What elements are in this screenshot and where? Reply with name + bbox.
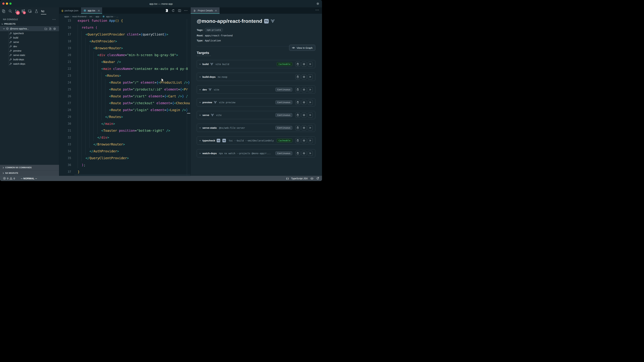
copy-button[interactable] (295, 125, 300, 130)
tab-project-details[interactable]: Project Details (191, 7, 220, 14)
code-line-34: 34</AuthProvider> (59, 148, 190, 155)
refresh-icon[interactable] (172, 9, 175, 12)
editor-tabs: {} package.json app.tsx (59, 7, 190, 14)
target-name[interactable]: serve-static (202, 126, 217, 129)
target-icon[interactable] (53, 27, 56, 30)
run-target-button[interactable] (308, 100, 313, 105)
project-details-panel: Project Details ··· @mono-app/react-fron… (190, 7, 322, 176)
target-command: vite build (216, 63, 229, 65)
run-target-button[interactable] (308, 138, 313, 143)
copy-button[interactable] (295, 87, 300, 92)
run-target-button[interactable] (308, 125, 313, 130)
maximize-window-button[interactable] (10, 2, 12, 5)
close-window-button[interactable] (2, 2, 4, 5)
breadcrumb-item[interactable]: app (96, 15, 99, 18)
chevron-down-icon[interactable] (199, 102, 201, 103)
copilot-icon[interactable] (310, 177, 314, 180)
run-target-button[interactable] (308, 62, 313, 67)
view-in-graph-button[interactable]: View In Graph (289, 45, 315, 51)
run-target-button[interactable] (308, 151, 313, 156)
chevron-down-icon[interactable] (199, 115, 201, 116)
projects-section-label: PROJECTS (4, 23, 16, 25)
sidebar-more-icon[interactable]: ··· (52, 18, 56, 21)
explorer-icon[interactable] (2, 9, 6, 13)
run-target-button[interactable] (308, 74, 313, 79)
errors-count[interactable]: 0 (7, 177, 8, 180)
copy-button[interactable] (295, 74, 300, 79)
breadcrumb: apps› react-frontend› src› app› app.tsx›… (59, 14, 190, 19)
minimize-window-button[interactable] (6, 2, 8, 5)
chevron-down-icon[interactable] (199, 89, 201, 90)
project-row[interactable]: @mono-app/rea... (0, 26, 59, 31)
json-icon: {} (62, 9, 63, 12)
copy-button[interactable] (295, 100, 300, 105)
line-number: 32 (59, 134, 71, 141)
split-editor-icon[interactable] (178, 9, 181, 12)
view-in-graph-button[interactable] (302, 87, 306, 92)
open-project-details-icon[interactable] (165, 9, 168, 12)
copy-button[interactable] (295, 113, 300, 118)
warnings-count[interactable]: 0 (14, 177, 15, 180)
target-name[interactable]: serve (202, 114, 209, 117)
search-icon[interactable] (8, 9, 12, 13)
target-name[interactable]: preview (202, 101, 212, 104)
projects-section-header[interactable]: PROJECTS (0, 22, 59, 26)
status-badge: Continuous (276, 100, 292, 104)
breadcrumb-item[interactable]: react-frontend (72, 15, 86, 18)
breadcrumb-item[interactable]: src (90, 15, 92, 18)
view-in-graph-button[interactable] (302, 138, 306, 143)
section-nx-migrate[interactable]: NX MIGRATE (0, 170, 59, 176)
chevron-down-icon[interactable] (199, 140, 201, 141)
code-line-31: 31<Toaster position="bottom-right" /> (59, 127, 190, 134)
target-name[interactable]: dev (202, 88, 207, 91)
section-common-nx-commands[interactable]: COMMON NX COMMANDS (0, 165, 59, 170)
more-actions-icon[interactable]: ··· (184, 9, 188, 12)
tab-app-tsx[interactable]: app.tsx (81, 7, 102, 14)
view-in-graph-button[interactable] (302, 151, 306, 156)
target-name[interactable]: typecheck (202, 139, 215, 142)
close-icon[interactable] (98, 10, 100, 11)
folder-icon[interactable] (44, 27, 47, 30)
notifications-bell-icon[interactable] (316, 177, 319, 180)
copy-button[interactable] (295, 138, 300, 143)
view-in-graph-button[interactable] (302, 100, 306, 105)
close-icon[interactable] (215, 10, 217, 11)
chevron-down-icon[interactable] (199, 153, 201, 154)
view-in-graph-button[interactable] (302, 62, 306, 67)
code-text: <Navbar /> (78, 58, 121, 65)
typescript-badge: TS (217, 139, 220, 142)
run-target-button[interactable] (308, 113, 313, 118)
breadcrumb-item[interactable]: app.tsx (106, 15, 113, 18)
chevron-down-icon[interactable] (199, 64, 201, 65)
tab-package-json[interactable]: {} package.json (59, 7, 81, 14)
chevron-down-icon[interactable] (199, 76, 201, 77)
code-line-28: 28<Route path="/login" element={<Login /… (59, 107, 190, 113)
warnings-icon[interactable] (10, 177, 12, 180)
chevron-down-icon[interactable] (199, 127, 201, 128)
code-line-33: 33</BrowserRouter> (59, 141, 190, 148)
view-in-graph-button[interactable] (302, 74, 306, 79)
panel-more-icon[interactable]: ··· (316, 8, 319, 11)
sidebar-nx-console: 32 1 NX CONSOLE ··· PROJECTS @mono-app/r… (0, 7, 59, 176)
goto-config-file-icon[interactable] (49, 27, 52, 30)
settings-gear-icon[interactable] (316, 2, 320, 5)
copy-button[interactable] (295, 151, 300, 156)
code-text: <Route path="/login" element={<Login />} (78, 107, 188, 113)
code-line-19: 19<BrowserRouter> (59, 45, 190, 52)
target-name[interactable]: build-deps (202, 75, 216, 78)
testing-beaker-icon[interactable] (34, 9, 38, 13)
active-view-indicator (41, 14, 46, 14)
breadcrumb-item[interactable]: apps (64, 15, 69, 18)
language-mode[interactable]: TypeScript JSX (291, 177, 308, 180)
remote-explorer-icon[interactable] (28, 9, 32, 13)
code-editor[interactable]: 15export function App() {16return (17<Qu… (59, 19, 190, 176)
view-in-graph-button[interactable] (302, 113, 306, 118)
target-name[interactable]: watch-deps (202, 152, 217, 155)
copy-button[interactable] (295, 62, 300, 67)
target-name[interactable]: build (202, 63, 209, 66)
run-target-button[interactable] (308, 87, 313, 92)
nx-console-icon[interactable] (41, 9, 45, 13)
view-in-graph-button[interactable] (302, 125, 306, 130)
errors-icon[interactable] (3, 177, 6, 180)
breadcrumb-item[interactable]: ... (116, 15, 118, 18)
